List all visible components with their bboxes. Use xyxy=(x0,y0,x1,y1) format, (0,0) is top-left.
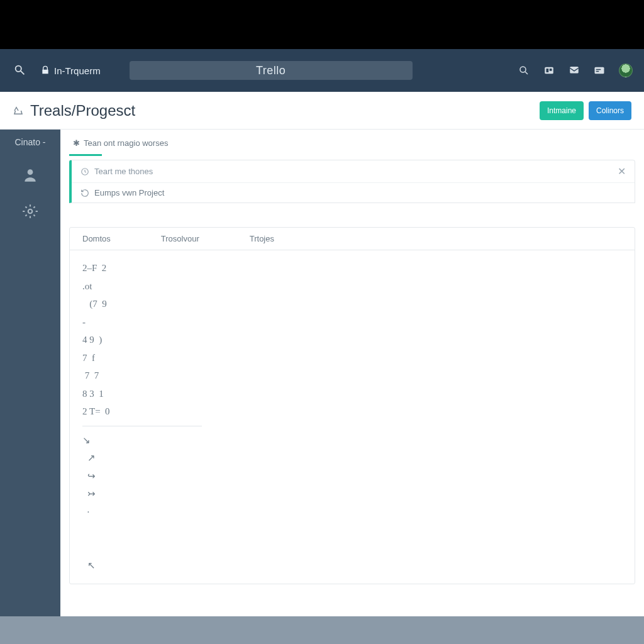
top-nav: In-Trquerm Trello xyxy=(0,49,644,92)
svg-rect-6 xyxy=(595,67,604,74)
data-panel: Domtos Trosolvour Trtojes 2–F 2 .ot (7 9… xyxy=(69,227,635,584)
global-search[interactable]: Trello xyxy=(130,61,413,80)
boards-icon[interactable] xyxy=(543,65,555,76)
primary-action-button[interactable]: Intmaine xyxy=(540,101,584,120)
banner-text-2: Eumps vwn Project xyxy=(94,188,164,197)
info-banner: Teart me thones ✕ Eumps vwn Project xyxy=(69,160,635,203)
banner-text-1: Teart me thones xyxy=(94,167,153,176)
panel-body: 2–F 2 .ot (7 9 - 4 9 ) 7 f 7 7 8 3 1 2 T… xyxy=(70,250,635,584)
context-crumb: ✱ Tean ont rnagio worses xyxy=(60,130,644,154)
search-icon[interactable] xyxy=(518,65,530,76)
cards-icon[interactable] xyxy=(594,65,605,76)
workspace-switcher[interactable]: In-Trquerm xyxy=(40,65,101,76)
svg-rect-4 xyxy=(550,69,552,71)
panel-column-headers: Domtos Trosolvour Trtojes xyxy=(70,228,635,250)
workspace-name: In-Trquerm xyxy=(54,65,101,76)
lock-icon xyxy=(40,65,50,75)
search-center-label: Trello xyxy=(256,64,286,77)
banner-close-icon[interactable]: ✕ xyxy=(618,165,626,177)
col-header-2[interactable]: Trosolvour xyxy=(161,234,199,243)
sidebar-settings-icon[interactable] xyxy=(21,203,39,220)
left-sidebar: Cinato - xyxy=(0,130,60,616)
context-crumb-text: Tean ont rnagio worses xyxy=(84,138,168,148)
asterisk-icon: ✱ xyxy=(73,138,80,148)
window-blackbar xyxy=(0,0,644,49)
refresh-icon xyxy=(80,189,89,197)
breadcrumb-text: Treals/Progesct xyxy=(30,102,135,119)
svg-point-10 xyxy=(28,209,33,214)
handwritten-content: 2–F 2 .ot (7 9 - 4 9 ) 7 f 7 7 8 3 1 2 T… xyxy=(79,257,626,577)
svg-rect-2 xyxy=(545,67,553,74)
project-icon xyxy=(13,105,24,116)
sidebar-section-label[interactable]: Cinato - xyxy=(14,137,45,147)
app-logo-icon xyxy=(11,62,29,79)
svg-point-9 xyxy=(28,169,33,175)
main-content: ✱ Tean ont rnagio worses Teart me thones… xyxy=(60,130,644,616)
breadcrumb: Treals/Progesct xyxy=(13,102,135,119)
page-header: Treals/Progesct Intmaine Colinors xyxy=(0,92,644,130)
active-tab-indicator xyxy=(69,154,102,156)
col-header-1[interactable]: Domtos xyxy=(82,234,111,243)
svg-rect-8 xyxy=(596,71,599,72)
col-header-3[interactable]: Trtojes xyxy=(250,234,274,243)
notifications-icon[interactable] xyxy=(569,65,580,76)
svg-point-1 xyxy=(520,67,526,72)
svg-rect-5 xyxy=(570,67,579,74)
secondary-action-button[interactable]: Colinors xyxy=(589,101,631,120)
clock-icon xyxy=(80,167,89,176)
svg-point-0 xyxy=(16,66,21,72)
sidebar-profile-icon[interactable] xyxy=(21,166,39,184)
svg-rect-3 xyxy=(547,69,549,72)
user-avatar[interactable] xyxy=(619,64,633,77)
bottom-shade xyxy=(0,616,644,644)
svg-rect-7 xyxy=(596,69,601,70)
